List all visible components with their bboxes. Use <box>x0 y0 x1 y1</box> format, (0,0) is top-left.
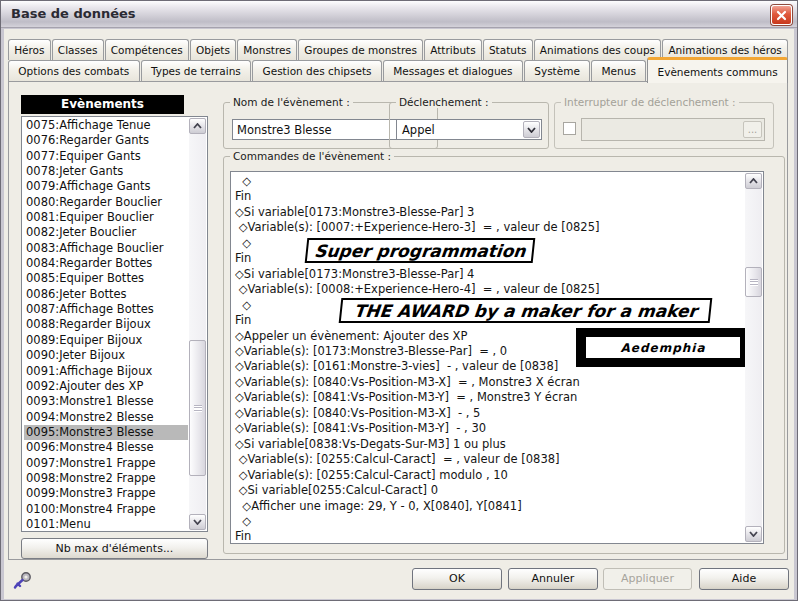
event-list-item[interactable]: 0100:Monstre4 Frappe <box>24 502 188 517</box>
commands-scrollbar-thumb[interactable] <box>745 267 762 297</box>
events-listbox[interactable]: 0075:Affichage Tenue0076:Regarder Gants0… <box>21 116 208 532</box>
command-line[interactable]: ◇Variable(s): [0008:+Experience-Hero-4] … <box>235 282 743 297</box>
title-bar[interactable]: Base de données <box>1 1 797 28</box>
command-line[interactable]: ◇Variable(s): [0841:Vs-Position-M3-Y] - … <box>235 421 743 436</box>
event-list-item[interactable]: 0084:Regarder Bottes <box>24 256 188 271</box>
signature-text: Aedemphia <box>586 337 740 358</box>
command-line[interactable]: ◇Si variable[0838:Vs-Degats-Sur-M3] 1 ou… <box>235 437 743 452</box>
cancel-button[interactable]: Annuler <box>508 568 598 590</box>
tab[interactable]: Messages et dialogues <box>383 60 523 82</box>
scroll-up-button[interactable] <box>745 173 762 189</box>
tab[interactable]: Attributs <box>424 39 482 60</box>
event-list-item[interactable]: 0075:Affichage Tenue <box>24 118 188 133</box>
event-list-item[interactable]: 0078:Jeter Gants <box>24 164 188 179</box>
tab[interactable]: Gestion des chipsets <box>252 60 382 82</box>
chevron-down-icon <box>749 531 758 537</box>
tab[interactable]: Système <box>524 60 590 82</box>
scroll-down-button[interactable] <box>745 526 762 542</box>
tab[interactable]: Monstres <box>237 39 297 60</box>
award-overlay-2: THE AWARD by a maker for a maker <box>339 298 713 323</box>
trigger-switch-label: Interrupteur de déclenchement : <box>561 96 739 108</box>
events-list-header: Evènements <box>21 95 184 114</box>
max-elements-button[interactable]: Nb max d'éléments... <box>21 538 208 559</box>
command-line[interactable]: ◇Afficher une image: 29, Y - 0, X[0840],… <box>235 499 743 514</box>
chevron-up-icon <box>749 178 758 184</box>
event-list-item[interactable]: 0086:Jeter Bottes <box>24 287 188 302</box>
tab-row-2: Options des combatsTypes de terrainsGest… <box>8 60 788 82</box>
ok-button[interactable]: OK <box>412 568 502 590</box>
event-list-item[interactable]: 0090:Jeter Bijoux <box>24 348 188 363</box>
tab[interactable]: Objets <box>190 39 236 60</box>
commands-group: Commandes de l'évènement : ◇Fin◇Si varia… <box>223 156 785 554</box>
command-line[interactable]: ◇Variable(s): [0840:Vs-Position-M3-X] - … <box>235 406 743 421</box>
trigger-combobox[interactable]: Appel <box>396 119 542 140</box>
event-list-item[interactable]: 0097:Monstre1 Frappe <box>24 456 188 471</box>
command-line[interactable]: ◇Variable(s): [0840:Vs-Position-M3-X] = … <box>235 375 743 390</box>
command-line[interactable]: Fin <box>235 529 743 544</box>
close-button[interactable] <box>771 5 792 25</box>
command-line[interactable]: ◇ <box>235 174 743 189</box>
event-list-item[interactable]: 0085:Equiper Bottes <box>24 271 188 286</box>
event-list-item[interactable]: 0096:Monstre4 Blesse <box>24 440 188 455</box>
events-scrollbar[interactable] <box>189 118 206 530</box>
chevron-down-icon <box>193 519 202 525</box>
tab[interactable]: Statuts <box>483 39 533 60</box>
event-list-item[interactable]: 0083:Affichage Bouclier <box>24 241 188 256</box>
event-list-item[interactable]: 0092:Ajouter des XP <box>24 379 188 394</box>
commands-scrollbar[interactable] <box>745 173 762 542</box>
event-list-item[interactable]: 0098:Monstre2 Frappe <box>24 471 188 486</box>
tab[interactable]: Animations des coups <box>534 39 662 60</box>
signature-overlay: Aedemphia <box>576 328 745 367</box>
event-list-item[interactable]: 0079:Affichage Gants <box>24 179 188 194</box>
tab[interactable]: Classes <box>52 39 104 60</box>
tab[interactable]: Compétences <box>105 39 189 60</box>
tab[interactable]: Evènements communs <box>647 57 788 83</box>
scroll-up-button[interactable] <box>189 118 206 134</box>
event-list-item[interactable]: 0091:Affichage Bijoux <box>24 364 188 379</box>
command-line[interactable]: ◇ <box>235 514 743 529</box>
event-name-label: Nom de l'évènement : <box>230 96 353 108</box>
event-list-item[interactable]: 0094:Monstre2 Blesse <box>24 410 188 425</box>
command-line[interactable]: ◇Variable(s): [0255:Calcul-Caract] = , v… <box>235 452 743 467</box>
event-list-item[interactable]: 0087:Affichage Bottes <box>24 302 188 317</box>
event-list-item[interactable]: 0080:Regarder Bouclier <box>24 195 188 210</box>
event-list-item[interactable]: 0101:Menu <box>24 517 188 532</box>
trigger-label: Déclenchement : <box>396 96 492 108</box>
events-scrollbar-thumb[interactable] <box>189 340 206 476</box>
event-list-item[interactable]: 0093:Monstre1 Blesse <box>24 394 188 409</box>
combobox-dropdown-button[interactable] <box>523 121 540 138</box>
trigger-group: Déclenchement : Appel <box>389 102 549 149</box>
command-line[interactable]: ◇Variable(s): [0007:+Experience-Hero-3] … <box>235 220 743 235</box>
event-list-item[interactable]: 0081:Equiper Bouclier <box>24 210 188 225</box>
command-line[interactable]: Fin <box>235 189 743 204</box>
database-window: Base de données HérosClassesCompétencesO… <box>0 0 798 601</box>
tab[interactable]: Héros <box>8 39 51 60</box>
chevron-down-icon <box>527 127 536 133</box>
event-list-item[interactable]: 0077:Equiper Gants <box>24 149 188 164</box>
award-overlay-1: Super programmation <box>305 238 536 263</box>
command-line[interactable]: ◇Si variable[0255:Calcul-Caract] 0 <box>235 483 743 498</box>
key-icon <box>12 569 34 589</box>
command-line[interactable]: ◇Variable(s): [0841:Vs-Position-M3-Y] = … <box>235 390 743 405</box>
help-button[interactable]: Aide <box>699 568 789 590</box>
browse-button: ... <box>743 121 762 138</box>
tab[interactable]: Menus <box>591 60 646 82</box>
command-line[interactable]: ◇Variable(s): [0255:Calcul-Caract] modul… <box>235 468 743 483</box>
event-list-item[interactable]: 0082:Jeter Bouclier <box>24 225 188 240</box>
trigger-switch-field: ... <box>581 118 765 141</box>
event-list-item[interactable]: 0099:Monstre3 Frappe <box>24 486 188 501</box>
event-list-item[interactable]: 0089:Equiper Bijoux <box>24 333 188 348</box>
commands-listbox[interactable]: ◇Fin◇Si variable[0173:Monstre3-Blesse-Pa… <box>230 171 764 544</box>
event-list-item[interactable]: 0076:Regarder Gants <box>24 133 188 148</box>
event-list-item[interactable]: 0088:Regarder Bijoux <box>24 317 188 332</box>
trigger-switch-checkbox[interactable] <box>563 122 576 135</box>
command-line[interactable]: ◇Si variable[0173:Monstre3-Blesse-Par] 3 <box>235 205 743 220</box>
tab[interactable]: Types de terrains <box>141 60 252 82</box>
command-line[interactable]: ◇Si variable[0173:Monstre3-Blesse-Par] 4 <box>235 267 743 282</box>
scroll-down-button[interactable] <box>189 514 206 530</box>
tab[interactable]: Options des combats <box>8 60 140 82</box>
event-list-item[interactable]: 0095:Monstre3 Blesse <box>24 425 188 440</box>
thumb-grip-icon <box>750 279 758 286</box>
tab[interactable]: Groupes de monstres <box>298 39 423 60</box>
window-title: Base de données <box>11 6 136 21</box>
